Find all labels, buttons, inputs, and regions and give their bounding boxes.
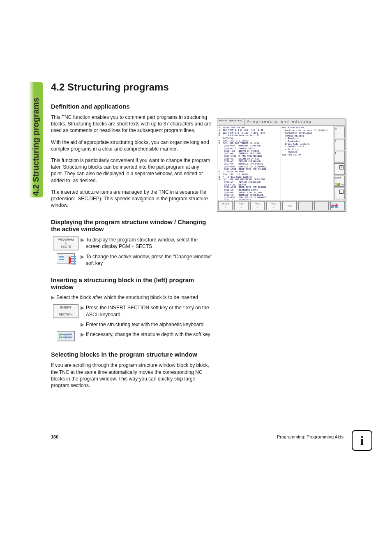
softkey-begin: BEGIN⇧	[218, 201, 233, 210]
screen-title: Programming and editing	[245, 119, 346, 125]
bullet-text: If necessary, change the structure depth…	[86, 331, 210, 338]
triangle-bullet-icon: ▶	[81, 304, 84, 318]
softkey-end: END⇩	[234, 201, 249, 210]
triangle-bullet-icon: ▶	[81, 253, 84, 267]
tnc-screenshot: Manual operation Programming and editing…	[217, 118, 346, 211]
softkey-change-window-icon	[330, 201, 345, 210]
side-key: M	[334, 127, 345, 138]
para: This function is particularly convenient…	[51, 157, 212, 184]
softkey-program-sects: PROGRAM + SECTS	[53, 237, 78, 250]
bullet-text: Press the INSERT SECTION soft key or the…	[86, 304, 212, 318]
structure-pane: BEGIN PGM 168 MM - Machine hole pattern …	[281, 126, 333, 200]
softkey-insert-section: INSERT SECTION	[53, 304, 78, 318]
softkey-page-down: PAGE⇩	[266, 201, 281, 210]
info-icon: i	[352, 430, 372, 451]
footer-chapter: Programming: Programming Aids	[277, 434, 344, 439]
side-key-column: M S T + S100% OFF ON −	[333, 126, 346, 200]
para: If you are scrolling through the program…	[51, 362, 212, 389]
bullet-text: Enter the structuring text with the alph…	[86, 321, 203, 328]
softkey-page-up: PAGE⇧	[250, 201, 265, 210]
softkey-empty	[314, 201, 329, 210]
heading-inserting-block: Inserting a structuring block in the (le…	[51, 276, 212, 290]
bullet-text: To display the program structure window,…	[86, 237, 212, 250]
side-key-override: S100% OFF ON	[334, 176, 345, 187]
triangle-bullet-icon: ▶	[51, 295, 55, 300]
side-key-plus: +	[334, 163, 345, 175]
bullet-text: To change the active window, press the "…	[86, 253, 212, 267]
triangle-bullet-icon: ▶	[81, 237, 84, 250]
structure-depth-icon	[57, 331, 75, 341]
page-number: 160	[51, 434, 58, 439]
side-key: S	[334, 139, 345, 151]
change-window-icon	[57, 253, 75, 263]
program-code-pane: 0 BEGIN PGM 168 MM 1 BLK FORM 0.1 Z X+0 …	[217, 126, 281, 200]
para: With the aid of appropriate structuring …	[51, 139, 212, 152]
heading-selecting-blocks: Selecting blocks in the program structur…	[51, 351, 212, 358]
heading-definition: Definition and applications	[51, 103, 212, 110]
side-key: T	[334, 151, 345, 162]
softkey-empty	[298, 201, 313, 210]
para: The inserted structure items are managed…	[51, 189, 212, 209]
para: This TNC function enables you to comment…	[51, 114, 212, 134]
sidebar-section-label: 4.2 Structuring programs	[31, 97, 41, 196]
side-key-minus: −	[334, 188, 345, 199]
triangle-bullet-icon: ▶	[81, 321, 84, 328]
page-title: 4.2 Structuring programs	[51, 81, 347, 93]
mode-label: Manual operation	[217, 119, 245, 125]
bullet-text: Select the block after which the structu…	[56, 295, 198, 300]
heading-display-window: Displaying the program structure window …	[51, 218, 212, 232]
softkey-find: FIND	[282, 201, 297, 210]
triangle-bullet-icon: ▶	[81, 331, 84, 338]
